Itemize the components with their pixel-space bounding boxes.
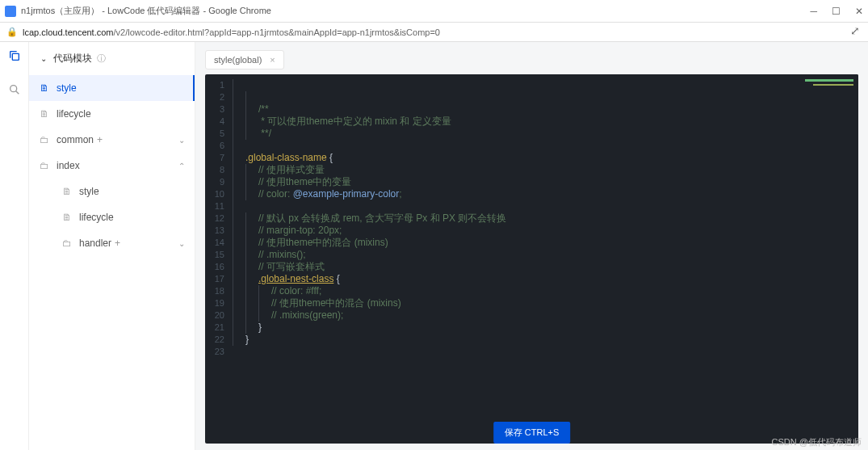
browser-titlebar: n1jrmtos（主应用） - LowCode 低代码编辑器 - Google … (0, 0, 868, 23)
sidebar-header[interactable]: ⌄ 代码模块 ⓘ (29, 42, 195, 75)
favicon (5, 6, 16, 17)
file-icon: 🗎 (39, 82, 50, 94)
tree-item-index[interactable]: 🗀 index ⌃ (29, 153, 195, 179)
chevron-down-icon: ⌄ (178, 239, 185, 248)
chevron-up-icon: ⌃ (178, 162, 185, 170)
chevron-down-icon: ⌄ (40, 54, 47, 63)
close-icon[interactable]: × (270, 55, 275, 65)
save-button[interactable]: 保存 CTRL+S (493, 422, 571, 444)
chevron-down-icon: ⌄ (178, 136, 185, 145)
main-area: style(global) × 1 2 3/** 4 * 可以使用theme中定… (195, 42, 868, 450)
tree-item-index-lifecycle[interactable]: 🗎 lifecycle (29, 204, 195, 230)
left-rail (0, 42, 29, 450)
tab-style-global[interactable]: style(global) × (205, 50, 284, 69)
file-icon: 🗎 (39, 108, 50, 120)
address-bar[interactable]: 🔒 lcap.cloud.tencent.com/v2/lowcode-edit… (0, 23, 868, 42)
file-icon: 🗎 (61, 186, 73, 197)
tree-item-common[interactable]: 🗀 common + ⌄ (29, 127, 195, 153)
code-editor[interactable]: 1 2 3/** 4 * 可以使用theme中定义的 mixin 和 定义变量 … (205, 74, 858, 444)
folder-icon: 🗀 (39, 134, 50, 145)
watermark: CSDN @低代码布道师 (772, 436, 862, 448)
close-button[interactable]: ✕ (855, 6, 863, 17)
add-icon[interactable]: + (97, 134, 103, 145)
search-icon[interactable] (7, 82, 22, 97)
svg-point-1 (10, 86, 16, 92)
copy-icon[interactable] (7, 48, 22, 63)
lock-icon: 🔒 (6, 27, 18, 37)
window-title: n1jrmtos（主应用） - LowCode 低代码编辑器 - Google … (21, 5, 810, 17)
help-icon[interactable]: ⓘ (97, 53, 106, 65)
file-icon: 🗎 (61, 212, 73, 223)
tree-item-style[interactable]: 🗎 style (29, 75, 195, 101)
folder-icon: 🗀 (39, 160, 50, 171)
minimap[interactable] (794, 74, 858, 444)
maximize-button[interactable]: ☐ (832, 6, 841, 17)
tree-item-handler[interactable]: 🗀 handler + ⌄ (29, 230, 195, 256)
folder-icon: 🗀 (61, 238, 73, 249)
tree-item-lifecycle[interactable]: 🗎 lifecycle (29, 101, 195, 127)
sidebar: ⌄ 代码模块 ⓘ 🗎 style 🗎 lifecycle 🗀 common + … (29, 42, 195, 450)
tree-item-index-style[interactable]: 🗎 style (29, 179, 195, 204)
translate-icon[interactable]: ⤢ (850, 24, 860, 37)
sidebar-title: 代码模块 (53, 52, 92, 65)
minimize-button[interactable]: ─ (810, 6, 817, 17)
svg-rect-0 (12, 53, 19, 60)
add-icon[interactable]: + (115, 238, 120, 249)
